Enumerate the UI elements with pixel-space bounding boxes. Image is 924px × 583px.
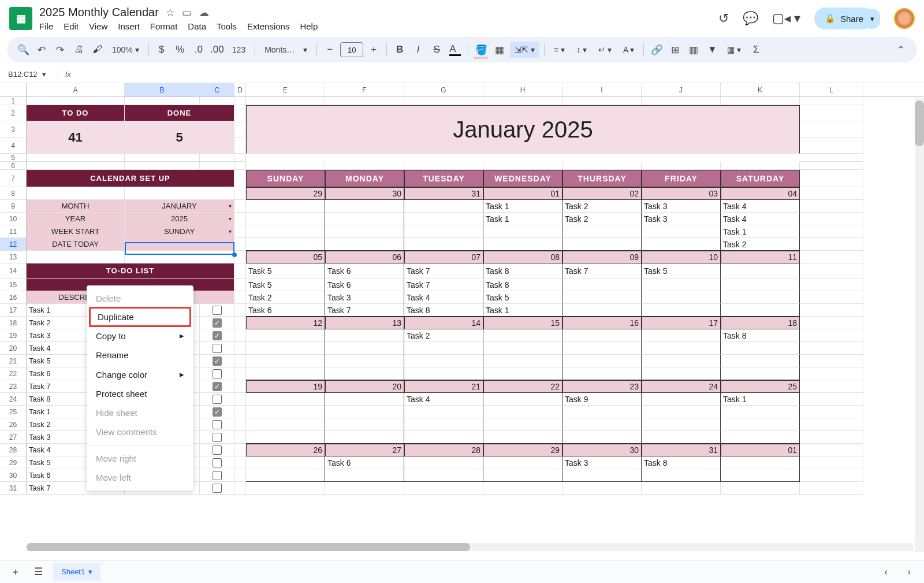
cell[interactable] — [562, 97, 642, 105]
col-header-d[interactable]: D — [234, 83, 246, 96]
cell[interactable]: 30 — [325, 187, 404, 200]
cell[interactable] — [246, 367, 325, 380]
cell[interactable] — [234, 170, 246, 187]
cell[interactable] — [246, 406, 325, 418]
checkbox[interactable] — [213, 369, 222, 378]
cell[interactable] — [642, 291, 721, 304]
cell[interactable] — [800, 469, 863, 482]
cell[interactable] — [800, 393, 863, 406]
cell[interactable] — [200, 482, 234, 495]
cell[interactable] — [642, 225, 721, 238]
cell[interactable] — [325, 97, 404, 105]
checkbox[interactable] — [213, 445, 222, 455]
cell[interactable] — [721, 469, 800, 482]
cell[interactable] — [325, 225, 404, 238]
cell[interactable]: 14 — [404, 317, 483, 329]
cell[interactable] — [234, 380, 246, 393]
cell[interactable] — [562, 367, 642, 380]
cell[interactable] — [234, 393, 246, 406]
cell[interactable] — [800, 138, 863, 154]
tab-scroll-left-icon[interactable]: ‹ — [878, 564, 894, 580]
row-header[interactable]: 23 — [0, 380, 27, 393]
cell[interactable] — [246, 469, 325, 482]
cell[interactable]: THURSDAY — [562, 170, 642, 187]
cell[interactable] — [642, 278, 721, 291]
cell[interactable] — [721, 162, 800, 170]
cell[interactable] — [27, 187, 125, 200]
cell[interactable] — [721, 342, 800, 355]
cell[interactable] — [325, 200, 404, 213]
cell[interactable] — [325, 482, 404, 495]
cell[interactable]: Task 7 — [325, 304, 404, 317]
cell[interactable]: FRIDAY — [642, 170, 721, 187]
col-header-i[interactable]: I — [562, 83, 642, 96]
cell[interactable] — [234, 317, 246, 329]
cell[interactable] — [404, 456, 483, 469]
cell[interactable]: 23 — [562, 380, 642, 393]
row-header[interactable]: 9 — [0, 200, 27, 213]
rotate-icon[interactable]: A ▾ — [619, 42, 639, 58]
percent-icon[interactable]: % — [172, 42, 188, 58]
cell[interactable] — [234, 482, 246, 495]
cell[interactable] — [404, 367, 483, 380]
cell[interactable]: 27 — [325, 444, 404, 456]
cell[interactable] — [800, 329, 863, 342]
cell[interactable] — [325, 238, 404, 251]
checkbox[interactable]: ✓ — [213, 382, 222, 391]
collapse-toolbar-icon[interactable]: ⌃ — [893, 42, 909, 58]
cell[interactable] — [483, 406, 562, 418]
cell[interactable]: 16 — [562, 317, 642, 329]
cell[interactable]: 13 — [325, 317, 404, 329]
undo-icon[interactable]: ↶ — [33, 42, 50, 58]
cell[interactable] — [721, 418, 800, 431]
col-header-k[interactable]: K — [721, 83, 800, 96]
cell[interactable] — [325, 431, 404, 444]
menu-help[interactable]: Help — [300, 21, 318, 31]
checkbox[interactable] — [213, 484, 222, 493]
cell[interactable] — [234, 355, 246, 367]
cell[interactable] — [483, 367, 562, 380]
menu-tools[interactable]: Tools — [217, 21, 237, 31]
cell[interactable] — [483, 469, 562, 482]
cell[interactable] — [200, 154, 234, 162]
row-header[interactable]: 3 — [0, 121, 27, 138]
cell[interactable] — [234, 97, 246, 105]
cell[interactable] — [200, 162, 234, 170]
cell[interactable]: Task 7 — [404, 263, 483, 278]
ctx-change-color[interactable]: Change color▸ — [87, 365, 193, 384]
row-header[interactable]: 26 — [0, 418, 27, 431]
cell[interactable] — [800, 97, 863, 105]
history-icon[interactable]: ↺ — [718, 11, 729, 26]
cell[interactable] — [200, 342, 234, 355]
checkbox[interactable] — [213, 344, 222, 353]
cell[interactable] — [721, 304, 800, 317]
col-header-a[interactable]: A — [27, 83, 125, 96]
cell[interactable] — [200, 97, 234, 105]
cell[interactable] — [562, 162, 642, 170]
cell[interactable] — [562, 278, 642, 291]
cell[interactable] — [800, 406, 863, 418]
cell[interactable] — [800, 251, 863, 263]
cell[interactable] — [246, 393, 325, 406]
cell[interactable] — [404, 355, 483, 367]
bold-icon[interactable]: B — [392, 42, 408, 58]
row-header[interactable]: 6 — [0, 162, 27, 170]
cell[interactable]: YEAR — [27, 213, 125, 225]
col-header-h[interactable]: H — [483, 83, 562, 96]
cell[interactable] — [404, 406, 483, 418]
cell[interactable] — [562, 329, 642, 342]
cell[interactable] — [325, 367, 404, 380]
cell[interactable] — [404, 162, 483, 170]
cell[interactable] — [404, 431, 483, 444]
cell[interactable] — [642, 355, 721, 367]
cell[interactable] — [562, 238, 642, 251]
cell[interactable]: 5 — [125, 121, 234, 154]
cell[interactable] — [246, 456, 325, 469]
cell[interactable] — [125, 251, 234, 263]
cell[interactable] — [800, 154, 863, 162]
setup-value[interactable]: 2025 — [125, 213, 234, 225]
cell[interactable]: 24 — [642, 380, 721, 393]
row-header[interactable]: 24 — [0, 393, 27, 406]
cell[interactable]: 09 — [562, 251, 642, 263]
cell[interactable]: ✓ — [200, 329, 234, 342]
